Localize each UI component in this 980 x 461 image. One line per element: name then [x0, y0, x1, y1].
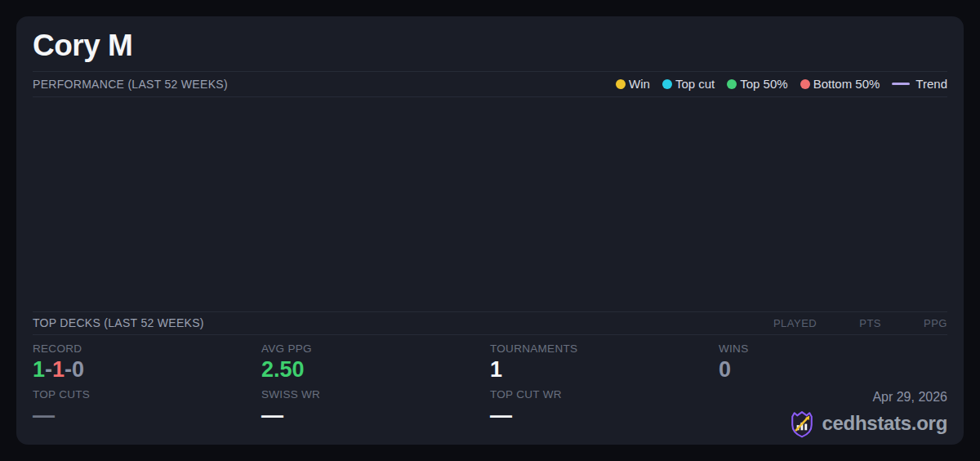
- legend-label-bottom-50: Bottom 50%: [813, 77, 880, 91]
- wins-value: 0: [719, 357, 947, 383]
- column-header-played: PLAYED: [773, 317, 817, 329]
- chart-legend: Win Top cut Top 50% Bottom 50% Trend: [616, 77, 947, 91]
- tournaments-value: 1: [490, 357, 719, 383]
- legend-item-top-50: Top 50%: [727, 77, 787, 91]
- tournaments-label: TOURNAMENTS: [490, 342, 719, 355]
- legend-item-trend: Trend: [892, 77, 947, 91]
- bottom-50-dot-icon: [800, 79, 810, 89]
- page-title: Cory M: [33, 16, 947, 72]
- stat-avg-ppg: AVG PPG 2.50: [261, 342, 490, 388]
- top-decks-section-header: TOP DECKS (LAST 52 WEEKS) PLAYED PTS PPG: [33, 311, 947, 335]
- stat-wins: WINS 0: [719, 342, 947, 388]
- top-cut-wr-value: —: [490, 403, 719, 428]
- record-wins: 1: [33, 357, 45, 382]
- top-50-dot-icon: [727, 79, 737, 89]
- column-header-pts: PTS: [859, 317, 881, 329]
- legend-item-win: Win: [616, 77, 650, 91]
- legend-label-top-50: Top 50%: [740, 77, 787, 91]
- top-cut-dot-icon: [662, 79, 672, 89]
- player-stats-card: Cory M PERFORMANCE (LAST 52 WEEKS) Win T…: [16, 16, 964, 445]
- swiss-wr-label: SWISS WR: [261, 388, 490, 401]
- top-cuts-label: TOP CUTS: [33, 388, 261, 401]
- brand-name: cedhstats.org: [822, 412, 947, 435]
- legend-label-top-cut: Top cut: [675, 77, 715, 91]
- top-decks-column-headers: PLAYED PTS PPG: [773, 317, 947, 329]
- record-losses: 1: [52, 357, 65, 382]
- record-separator-2: -: [65, 357, 72, 382]
- win-dot-icon: [616, 79, 626, 89]
- stat-top-cut-wr: TOP CUT WR —: [490, 388, 719, 438]
- record-value: 1-1-0: [33, 357, 261, 383]
- brand-lockup: cedhstats.org: [788, 409, 947, 438]
- cedhstats-logo-icon: [788, 409, 816, 438]
- legend-label-trend: Trend: [915, 77, 947, 91]
- column-header-ppg: PPG: [924, 317, 947, 329]
- wins-label: WINS: [719, 342, 947, 355]
- legend-item-bottom-50: Bottom 50%: [800, 77, 880, 91]
- swiss-wr-value: —: [261, 403, 490, 428]
- legend-label-win: Win: [629, 77, 650, 91]
- record-draws: 0: [72, 357, 84, 382]
- avg-ppg-label: AVG PPG: [261, 342, 490, 355]
- stat-tournaments: TOURNAMENTS 1: [490, 342, 719, 388]
- footer-branding: Apr 29, 2026 cedhstats.org: [719, 388, 947, 438]
- stat-record: RECORD 1-1-0: [33, 342, 261, 388]
- performance-section-header: PERFORMANCE (LAST 52 WEEKS) Win Top cut …: [33, 72, 947, 97]
- stats-grid: RECORD 1-1-0 AVG PPG 2.50 TOURNAMENTS 1 …: [33, 335, 947, 445]
- top-cuts-value: —: [33, 403, 261, 428]
- top-decks-section-title: TOP DECKS (LAST 52 WEEKS): [33, 316, 204, 329]
- performance-section-title: PERFORMANCE (LAST 52 WEEKS): [33, 78, 228, 91]
- record-separator-1: -: [45, 357, 52, 382]
- legend-item-top-cut: Top cut: [662, 77, 715, 91]
- performance-chart-area: [33, 97, 947, 311]
- top-cut-wr-label: TOP CUT WR: [490, 388, 719, 401]
- trend-line-icon: [892, 83, 910, 85]
- avg-ppg-value: 2.50: [261, 357, 490, 383]
- record-label: RECORD: [33, 342, 261, 355]
- card-date: Apr 29, 2026: [872, 390, 947, 405]
- stat-swiss-wr: SWISS WR —: [261, 388, 490, 438]
- stat-top-cuts: TOP CUTS —: [33, 388, 261, 438]
